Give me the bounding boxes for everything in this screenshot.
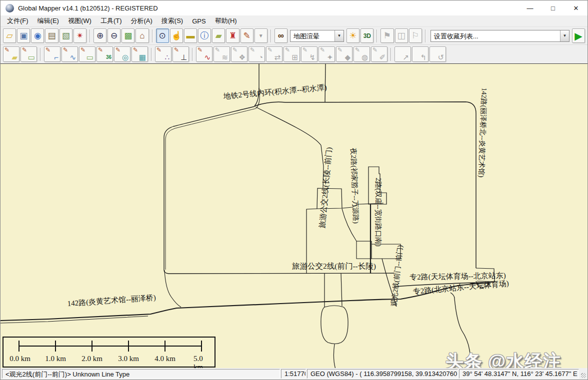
move-feature-button[interactable]: ◔ ✎: [248, 46, 265, 62]
pencil-icon: ✎: [215, 47, 220, 53]
scale-tick-label: 1.0 km: [45, 355, 66, 363]
pencil-icon: ✎: [133, 47, 138, 53]
status-projection-coords: GEO (WGS84) - ( 116.3958799158, 39.91342…: [307, 369, 458, 379]
buffer-feature-button[interactable]: ◍ ✎: [354, 46, 370, 62]
menu-bar: 文件(F) 编辑(E) 视图(W) 工具(T) 分析(A) 搜索(S) GPS …: [0, 15, 588, 27]
pan-tool-button[interactable]: ☝: [170, 28, 183, 43]
menu-help[interactable]: 帮助(H): [210, 15, 242, 26]
home-view-button[interactable]: ⌂: [136, 28, 148, 43]
scale-bar-ruler: [4, 338, 214, 367]
menu-view[interactable]: 视图(W): [64, 15, 96, 26]
pencil-icon: ✎: [98, 47, 103, 53]
create-circle-feature-button[interactable]: ◎ ✎: [114, 46, 130, 62]
view-3d-button[interactable]: 3D: [360, 28, 374, 43]
trace-feature-button[interactable]: ∿ ✎: [196, 46, 212, 62]
gps-mark-button[interactable]: ⚐: [409, 28, 422, 43]
chevron-down-icon[interactable]: ▼: [334, 30, 344, 41]
scale-bar: 0.0 km 1.0 km 2.0 km 3.0 km 4.0 km 5.0 k…: [2, 337, 216, 368]
full-view-button[interactable]: ▩: [122, 28, 134, 43]
shader-select[interactable]: 地图渲晕 ▼: [290, 30, 344, 42]
open-file-button[interactable]: ▱: [3, 28, 16, 43]
rotate-feature-button[interactable]: ⇄ ✎: [266, 46, 282, 62]
menu-search[interactable]: 搜索(S): [157, 15, 188, 26]
close-button[interactable]: ✕: [564, 0, 588, 15]
configuration-button[interactable]: ✴: [74, 28, 86, 43]
feature-info-tool-button[interactable]: ⓘ: [198, 28, 211, 43]
route-lines: [0, 64, 588, 368]
pencil-icon: ✎: [250, 47, 255, 53]
waypoint-flag-button[interactable]: ⚑: [380, 28, 394, 43]
undo-edit-button[interactable]: ↺: [430, 46, 446, 62]
create-rect-area-button[interactable]: ▭ ✎: [20, 46, 37, 62]
tool-dropdown-button[interactable]: ▼: [254, 28, 268, 43]
split-line-button[interactable]: ↯ ✎: [301, 46, 318, 62]
zoom-in-button[interactable]: ⊕: [94, 28, 106, 43]
pencil-icon: ✎: [174, 47, 179, 53]
run-favorite-button[interactable]: ▶: [572, 28, 585, 43]
chevron-down-icon[interactable]: ▼: [560, 30, 569, 41]
pencil-icon: ✎: [80, 47, 86, 53]
route-label-tour2-horizontal: 旅游公交2线(前门--长陵): [292, 261, 376, 272]
menu-edit[interactable]: 编辑(E): [33, 15, 64, 26]
insert-vertex-button[interactable]: ⊥ ✎: [172, 46, 189, 62]
create-line-feature-button[interactable]: ⌐ ✎: [44, 46, 60, 62]
copy-feature-button[interactable]: ≋ ✎: [214, 46, 230, 62]
menu-analysis[interactable]: 分析(A): [126, 15, 157, 26]
toolbar-separator: [425, 29, 426, 42]
zoom-out-button[interactable]: ⊖: [108, 28, 120, 43]
menu-gps[interactable]: GPS: [188, 16, 210, 26]
pencil-icon: ✎: [268, 47, 272, 53]
toolbar-separator: [90, 29, 90, 42]
watermark-text: 头条 @水经注GIS: [446, 350, 588, 368]
view-shed-tool-button[interactable]: ♜: [226, 28, 239, 43]
create-rect-line-button[interactable]: ▭ ✎: [79, 46, 96, 62]
zoom-tool-button[interactable]: ⊙: [156, 28, 169, 43]
scale-feature-button[interactable]: ⊞ ✎: [284, 46, 300, 62]
pencil-icon: ✎: [156, 47, 162, 53]
scale-tick-label: 2.0 km: [82, 355, 102, 363]
combine-features-button[interactable]: ✦ ✎: [318, 46, 335, 62]
status-bar: <观光2线(前门--前门)> Unknown Line Type 1:51770…: [0, 368, 588, 380]
menu-file[interactable]: 文件(F): [2, 15, 33, 26]
create-spline-line-button[interactable]: ∿ ✎: [62, 46, 78, 62]
measure-tool-button[interactable]: ▬: [184, 28, 197, 43]
map-viewport[interactable]: 地铁2号线内环(积水潭--积水潭) 旅游公交2线(长陵--前门) 夜2路(祁家豁…: [0, 64, 588, 368]
separator: [40, 48, 41, 61]
export-button[interactable]: ▤: [45, 28, 58, 43]
pencil-icon: ✎: [63, 47, 68, 53]
pencil-icon: ✎: [4, 47, 10, 53]
download-online-data-button[interactable]: ◉: [31, 28, 44, 43]
select-vertex-button[interactable]: ↗: [394, 46, 411, 62]
favorites-select[interactable]: 设置收藏列表... ▼: [430, 30, 570, 42]
gps-device-button[interactable]: ◫: [395, 28, 408, 43]
crop-features-button[interactable]: ◆ ✎: [336, 46, 352, 62]
create-point-feature-button[interactable]: ∴ ✎: [155, 46, 172, 62]
separator: [151, 48, 152, 61]
create-area-feature-button[interactable]: ▰ ✎: [3, 46, 20, 62]
menu-tools[interactable]: 工具(T): [96, 15, 126, 26]
resize-grip[interactable]: [580, 369, 586, 379]
toolbar-separator: [376, 29, 378, 42]
scale-tick-label: 5.0 km: [194, 355, 208, 368]
search-button[interactable]: ∞: [274, 28, 288, 43]
scale-tick-label: 0.0 km: [10, 355, 30, 363]
main-toolbar: ▱ ▣ ◉ ▤ ▧ ✴ ⊕ ⊖ ▩ ⌂ ⊙ ☝ ▬ ⓘ ▰ ♜ ✎ ▼ ∞ 地图…: [0, 27, 588, 45]
scale-tick-label: 3.0 km: [118, 355, 139, 363]
status-feature-info: <观光2线(前门--前门)> Unknown Line Type: [2, 369, 280, 379]
digitizer-tool-button[interactable]: ✎: [240, 28, 254, 43]
paste-feature-button[interactable]: ❖ ✎: [231, 46, 248, 62]
route-label-route2: 2路(双庙--宽街路口南): [374, 178, 382, 247]
edit-attributes-button[interactable]: ✐ ✎: [371, 46, 388, 62]
save-button[interactable]: ▣: [17, 28, 30, 43]
title-bar: Global Mapper v14.1 (b120512) - REGISTER…: [0, 0, 588, 15]
window-title: Global Mapper v14.1 (b120512) - REGISTER…: [18, 4, 518, 12]
shift-feature-button[interactable]: ↰: [412, 46, 428, 62]
create-cogo-feature-button[interactable]: 36 ✎: [96, 46, 113, 62]
shader-options-button[interactable]: ☀: [346, 28, 360, 43]
pencil-icon: ✎: [46, 47, 50, 53]
create-grid-feature-button[interactable]: ▦ ✎: [132, 46, 148, 62]
map-catalog-button[interactable]: ▧: [60, 28, 72, 43]
maximize-button[interactable]: □: [542, 0, 564, 15]
area-measure-tool-button[interactable]: ▰: [212, 28, 225, 43]
minimize-button[interactable]: —: [518, 0, 542, 15]
